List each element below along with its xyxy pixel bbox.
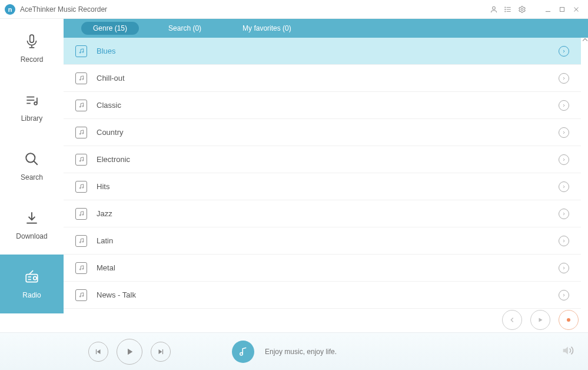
svg-point-30: [82, 78, 83, 80]
sidebar-item-record[interactable]: Record: [0, 19, 64, 78]
genre-label: Jazz: [97, 209, 559, 218]
svg-point-40: [82, 214, 83, 215]
library-icon: [24, 92, 40, 108]
list-icon[interactable]: [501, 2, 515, 16]
gear-icon[interactable]: [515, 2, 529, 16]
genre-label: News - Talk: [97, 290, 559, 299]
now-playing-cover: [232, 341, 254, 363]
svg-point-5: [505, 9, 506, 9]
chevron-right-icon: [559, 154, 569, 165]
genre-label: Country: [97, 128, 559, 137]
genre-label: Classic: [97, 101, 559, 110]
list-item[interactable]: Latin: [64, 227, 581, 255]
svg-line-20: [34, 161, 38, 165]
app-logo: n: [5, 4, 15, 15]
list-item[interactable]: Hits: [64, 173, 581, 200]
minimize-button[interactable]: [541, 2, 555, 16]
music-note-icon: [75, 235, 87, 247]
svg-point-45: [79, 296, 81, 297]
svg-point-19: [26, 153, 35, 162]
svg-point-34: [82, 133, 83, 134]
genre-label: Electronic: [97, 155, 559, 164]
chevron-right-icon: [559, 236, 569, 246]
svg-point-0: [493, 6, 496, 9]
chevron-right-icon: [559, 263, 569, 273]
list-item[interactable]: Chill-out: [64, 65, 581, 92]
music-note-icon: [75, 289, 87, 301]
genre-label: Metal: [97, 263, 559, 272]
sidebar-item-radio[interactable]: Radio: [0, 255, 64, 313]
music-note-icon: [75, 262, 87, 274]
chevron-right-icon: [559, 181, 569, 192]
svg-rect-53: [162, 349, 163, 354]
player-bar: Enjoy music, enjoy life.: [0, 332, 588, 370]
back-button[interactable]: [502, 310, 522, 330]
music-note-icon: [75, 127, 87, 138]
next-button[interactable]: [151, 342, 171, 362]
chevron-right-icon: [559, 46, 569, 57]
tab-search[interactable]: Search (0): [157, 22, 213, 35]
svg-point-27: [79, 52, 81, 53]
sidebar-item-download[interactable]: Download: [0, 196, 64, 255]
music-note-icon: [75, 154, 87, 166]
sidebar-item-label: Library: [21, 114, 43, 123]
search-icon: [24, 151, 40, 167]
genre-list[interactable]: BluesChill-outClassicCountryElectronicHi…: [64, 38, 581, 332]
music-note-icon: [75, 45, 87, 57]
close-button[interactable]: [569, 2, 583, 16]
list-item[interactable]: Country: [64, 119, 581, 146]
radio-icon: [24, 269, 40, 285]
svg-rect-9: [560, 7, 564, 11]
tab-genre[interactable]: Genre (15): [81, 22, 139, 35]
chevron-right-icon: [559, 290, 569, 300]
volume-button[interactable]: [561, 344, 574, 359]
play-list-button[interactable]: [530, 310, 550, 330]
tab-favorites[interactable]: My favorites (0): [231, 22, 303, 35]
list-item[interactable]: Classic: [64, 92, 581, 119]
chevron-right-icon: [559, 73, 569, 84]
svg-point-35: [79, 160, 81, 161]
player-status: Enjoy music, enjoy life.: [265, 348, 337, 356]
svg-point-42: [82, 241, 83, 242]
music-note-icon: [75, 181, 87, 193]
svg-point-31: [79, 106, 81, 107]
svg-line-26: [29, 270, 34, 275]
svg-point-37: [79, 187, 81, 189]
chevron-right-icon: [559, 127, 569, 138]
chevron-right-icon: [559, 100, 569, 111]
svg-rect-50: [96, 349, 97, 354]
music-note-icon: [75, 72, 87, 84]
svg-point-33: [79, 133, 81, 134]
mic-icon: [24, 33, 40, 49]
svg-point-4: [505, 6, 506, 7]
sidebar-item-label: Record: [21, 55, 44, 64]
record-list-button[interactable]: [559, 310, 579, 330]
play-button[interactable]: [117, 339, 142, 365]
prev-button[interactable]: [88, 342, 108, 362]
svg-point-32: [82, 105, 83, 107]
app-title: AceThinker Music Recorder: [20, 5, 487, 14]
maximize-button[interactable]: [555, 2, 569, 16]
svg-point-29: [79, 79, 81, 80]
svg-point-46: [82, 295, 83, 296]
list-item[interactable]: Blues: [64, 38, 581, 65]
svg-point-6: [505, 11, 506, 11]
titlebar: n AceThinker Music Recorder: [0, 0, 588, 19]
svg-point-36: [82, 160, 83, 161]
svg-marker-55: [563, 346, 568, 354]
svg-point-38: [82, 187, 83, 188]
svg-point-23: [34, 276, 36, 279]
list-item[interactable]: Jazz: [64, 200, 581, 227]
svg-marker-52: [159, 349, 162, 354]
genre-label: Latin: [97, 236, 559, 245]
account-icon[interactable]: [487, 2, 501, 16]
download-icon: [24, 210, 40, 226]
list-item[interactable]: Electronic: [64, 146, 581, 173]
list-item[interactable]: News - Talk: [64, 282, 581, 309]
svg-marker-47: [539, 318, 543, 322]
sidebar-item-label: Search: [21, 173, 43, 181]
list-item[interactable]: Metal: [64, 255, 581, 282]
main-panel: Genre (15) Search (0) My favorites (0) B…: [64, 19, 588, 332]
sidebar-item-search[interactable]: Search: [0, 137, 64, 196]
sidebar-item-library[interactable]: Library: [0, 78, 64, 137]
